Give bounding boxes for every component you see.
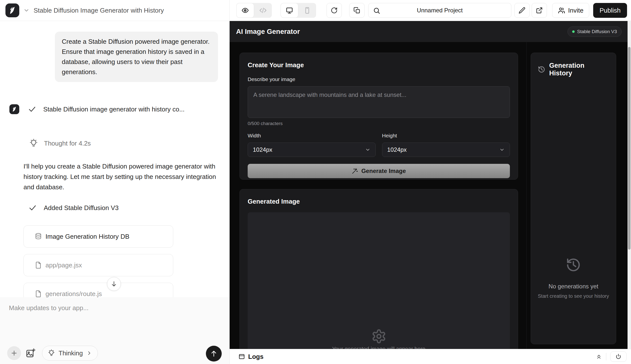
top-toolbar: Stable Diffusion Image Generator with Hi…: [0, 0, 631, 21]
status-dot: [572, 30, 575, 33]
logs-actions: [596, 352, 626, 362]
generate-image-button[interactable]: Generate Image: [248, 164, 510, 178]
search-icon: [373, 7, 380, 14]
rename-button[interactable]: [514, 3, 530, 18]
history-title: Generation History: [549, 62, 609, 77]
mobile-view-button[interactable]: [298, 3, 316, 18]
logs-icon: [238, 353, 245, 360]
assistant-avatar: [10, 104, 19, 114]
model-badge: Stable Diffusion V3: [568, 26, 622, 37]
chevron-down-icon[interactable]: [23, 7, 30, 14]
step-done-label: Added Stable Diffusion V3: [44, 204, 119, 212]
user-message-bubble: Create a Stable Diffusion powered image …: [55, 32, 218, 82]
artifact-label: generations/route.js: [46, 290, 102, 298]
code-mode-button[interactable]: [254, 3, 272, 18]
external-link-icon: [536, 7, 543, 14]
preview-scrollbar[interactable]: [628, 21, 631, 349]
monitor-icon: [286, 7, 293, 14]
project-title: Stable Diffusion Image Generator with Hi…: [34, 7, 164, 14]
app-title: AI Image Generator: [236, 28, 300, 36]
pencil-icon: [518, 7, 526, 14]
panel-divider: [229, 0, 230, 364]
thinking-mode-button[interactable]: Thinking: [42, 346, 98, 360]
desktop-view-button[interactable]: [280, 3, 298, 18]
height-label: Height: [382, 133, 510, 139]
preview-toolbar: Unnamed Project Invite Publish: [229, 3, 631, 18]
database-icon: [34, 233, 42, 240]
dimension-row: Width 1024px Height 1024px: [248, 133, 510, 157]
preview-app-header: AI Image Generator Stable Diffusion V3: [230, 21, 631, 42]
phone-icon: [304, 7, 311, 14]
chat-composer: Thinking: [0, 297, 229, 364]
scrollbar-thumb[interactable]: [628, 47, 630, 250]
thought-label: Thought for 4.2s: [44, 140, 91, 147]
power-button[interactable]: [610, 352, 626, 362]
history-icon: [538, 66, 545, 73]
lightbulb-icon: [48, 350, 55, 357]
project-name-value: Unnamed Project: [417, 7, 463, 14]
generated-image-card: Generated Image Your generated image wil…: [240, 189, 518, 349]
char-counter: 0/500 characters: [248, 121, 510, 126]
preview-mode-button[interactable]: [236, 3, 254, 18]
height-value: 1024px: [387, 146, 407, 153]
logs-label: Logs: [248, 353, 264, 360]
create-card-title: Create Your Image: [248, 61, 510, 69]
create-image-card: Create Your Image Describe your image 0/…: [240, 53, 518, 180]
add-image-button[interactable]: [26, 348, 36, 359]
arrow-down-icon: [110, 280, 118, 288]
artifact-label: Image Generation History DB: [46, 233, 130, 240]
generate-label: Generate Image: [361, 168, 406, 174]
logs-toggle[interactable]: Logs: [238, 353, 264, 360]
generated-image-placeholder: Your generated image will appear here: [248, 212, 510, 349]
gear-icon: [371, 329, 386, 344]
empty-subtitle: Start creating to see your history: [531, 293, 616, 299]
view-mode-toggle: [236, 3, 272, 18]
refresh-button[interactable]: [326, 3, 342, 18]
generated-card-title: Generated Image: [248, 198, 510, 205]
column-divider: [526, 42, 527, 349]
width-field: Width 1024px: [248, 133, 376, 157]
file-icon: [34, 262, 42, 269]
prompt-input[interactable]: [248, 86, 510, 118]
lightbulb-icon: [29, 139, 38, 148]
assistant-message: I'll help you create a Stable Diffusion …: [24, 161, 221, 192]
check-icon: [28, 204, 37, 212]
add-attachment-button[interactable]: [7, 346, 21, 360]
refresh-icon: [331, 7, 338, 14]
logo-swoosh-icon: [8, 6, 17, 15]
height-select[interactable]: 1024px: [382, 142, 510, 157]
artifact-card-db[interactable]: Image Generation History DB: [24, 225, 173, 248]
artifact-label: app/page.jsx: [46, 262, 82, 269]
app-preview: AI Image Generator Stable Diffusion V3 C…: [230, 21, 631, 364]
history-empty-state: No generations yet Start creating to see…: [531, 257, 616, 299]
width-value: 1024px: [253, 146, 272, 153]
composer-input[interactable]: [9, 304, 216, 336]
preview-body: Create Your Image Describe your image 0/…: [230, 42, 631, 349]
artifact-card-page[interactable]: app/page.jsx: [24, 254, 173, 276]
eye-icon: [242, 7, 249, 14]
chevron-down-icon: [499, 147, 505, 152]
empty-title: No generations yet: [531, 283, 616, 290]
placeholder-caption: Your generated image will appear here: [248, 346, 510, 349]
copy-button[interactable]: [349, 3, 364, 18]
project-name-input[interactable]: Unnamed Project: [368, 3, 511, 18]
arrow-up-icon: [210, 350, 218, 358]
chevrons-up-icon[interactable]: [596, 353, 602, 360]
width-select[interactable]: 1024px: [248, 142, 376, 157]
open-external-button[interactable]: [532, 3, 547, 18]
history-icon: [566, 257, 581, 272]
assistant-task-row: Stable Diffusion image generator with hi…: [10, 104, 220, 114]
app-logo[interactable]: [6, 4, 19, 17]
thought-row[interactable]: Thought for 4.2s: [10, 139, 220, 148]
power-icon: [616, 354, 621, 360]
invite-button[interactable]: Invite: [552, 3, 589, 18]
logs-bar: Logs: [230, 349, 631, 364]
check-icon: [28, 105, 36, 114]
send-button[interactable]: [206, 346, 222, 362]
generation-history-panel: Generation History No generations yet St…: [531, 53, 616, 344]
scroll-to-bottom-button[interactable]: [107, 277, 121, 291]
chat-panel: Create a Stable Diffusion powered image …: [0, 21, 229, 364]
code-icon: [259, 7, 267, 14]
task-title[interactable]: Stable Diffusion image generator with hi…: [43, 106, 185, 113]
publish-button[interactable]: Publish: [593, 3, 627, 18]
